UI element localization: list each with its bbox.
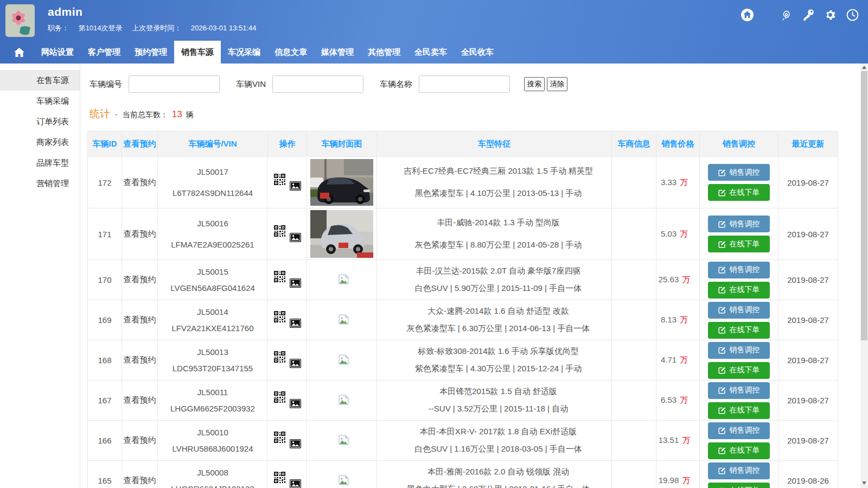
- online-order-button[interactable]: 在线下单: [708, 362, 770, 379]
- image-icon[interactable]: [290, 233, 301, 242]
- qr-code-icon[interactable]: [274, 174, 285, 185]
- sales-control-button[interactable]: 销售调控: [708, 462, 770, 479]
- vertical-scrollbar[interactable]: [860, 64, 868, 488]
- feature-attrs-link[interactable]: 白色SUV | 1.16万公里 | 2018-03-05 | 手自一体: [386, 444, 611, 454]
- feature-model-link[interactable]: 吉利-EC7经典-EC7经典三厢 2013款 1.5 手动 精英型: [386, 166, 611, 176]
- view-booking-link[interactable]: 查看预约: [124, 355, 156, 364]
- online-order-button[interactable]: 在线下单: [708, 402, 770, 419]
- nav-tab-6[interactable]: 信息文章: [267, 41, 314, 64]
- sales-control-button[interactable]: 销售调控: [708, 342, 770, 359]
- nav-tab-2[interactable]: 客户管理: [81, 41, 127, 64]
- vehicle-code: JL50013: [158, 347, 267, 357]
- image-icon[interactable]: [290, 319, 301, 328]
- scrollbar-up-arrow[interactable]: [860, 64, 868, 71]
- feature-attrs-link[interactable]: 白色SUV | 5.90万公里 | 2015-11-09 | 手自一体: [386, 283, 611, 294]
- operations-cell: [268, 340, 307, 381]
- feature-model-link[interactable]: 本田锋范2015款 1.5 自动 舒适版: [386, 386, 611, 397]
- sidebar-item-5[interactable]: 品牌车型: [0, 153, 80, 173]
- image-icon[interactable]: [290, 439, 301, 448]
- clear-button[interactable]: 清除: [547, 77, 567, 91]
- qr-code-icon[interactable]: [274, 472, 285, 483]
- feature-attrs-link[interactable]: --SUV | 3.52万公里 | 2015-11-18 | 自动: [386, 404, 611, 414]
- code-vin-cell: JL50016LFMA7E2A9E0025261: [158, 208, 268, 260]
- view-booking-link[interactable]: 查看预约: [124, 275, 156, 284]
- sales-control-button[interactable]: 销售调控: [708, 302, 770, 319]
- nav-tab-7[interactable]: 媒体管理: [314, 41, 361, 64]
- broken-image-icon: [339, 438, 349, 447]
- vehicle-code-input[interactable]: [129, 75, 220, 93]
- sales-control-button[interactable]: 销售调控: [708, 422, 770, 439]
- sidebar-item-3[interactable]: 订单列表: [0, 111, 80, 132]
- sidebar-item-2[interactable]: 车辆采编: [0, 91, 80, 111]
- qr-code-icon[interactable]: [274, 351, 285, 363]
- online-order-button[interactable]: 在线下单: [708, 322, 770, 339]
- sales-control-cell: 销售调控在线下单: [700, 461, 778, 488]
- feature-model-link[interactable]: 丰田-威驰-2014款 1.3 手动 型尚版: [386, 218, 611, 228]
- qr-code-icon[interactable]: [274, 225, 285, 237]
- feature-attrs-link[interactable]: 灰色紧凑型车 | 8.80万公里 | 2014-05-28 | 手动: [386, 240, 611, 250]
- feature-model-link[interactable]: 大众-速腾-2014款 1.6 自动 舒适型 改款: [386, 306, 611, 316]
- image-icon[interactable]: [290, 359, 301, 368]
- nav-tab-4[interactable]: 销售车源: [174, 41, 221, 64]
- sales-control-button[interactable]: 销售调控: [708, 164, 770, 181]
- image-icon[interactable]: [290, 399, 301, 408]
- spiral-icon[interactable]: [778, 8, 793, 22]
- home-circle-icon[interactable]: [740, 8, 754, 22]
- online-order-button[interactable]: 在线下单: [708, 184, 770, 201]
- feature-attrs-link[interactable]: 紫色紧凑型车 | 4.30万公里 | 2015-12-24 | 手动: [386, 364, 611, 374]
- feature-model-link[interactable]: 本田-雅阁-2016款 2.0 自动 锐领版 混动: [386, 467, 611, 477]
- sales-control-button[interactable]: 销售调控: [708, 262, 770, 278]
- sales-control-button[interactable]: 销售调控: [708, 216, 770, 232]
- operations-cell: [268, 300, 307, 340]
- view-booking-link[interactable]: 查看预约: [124, 178, 156, 187]
- view-booking-link[interactable]: 查看预约: [124, 395, 156, 404]
- vehicle-vin-input[interactable]: [272, 75, 363, 93]
- image-icon[interactable]: [290, 479, 301, 488]
- image-icon[interactable]: [290, 181, 301, 191]
- nav-tab-8[interactable]: 其他管理: [361, 41, 407, 64]
- view-booking-link[interactable]: 查看预约: [124, 229, 156, 238]
- feature-model-link[interactable]: 本田-本田XR-V- 2017款 1.8 自动 EXi舒适版: [386, 427, 611, 437]
- scrollbar-thumb[interactable]: [861, 71, 867, 340]
- key-icon[interactable]: [801, 8, 815, 22]
- home-icon[interactable]: [14, 41, 24, 64]
- feature-attrs-link[interactable]: 黑色紧凑型车 | 4.10万公里 | 2013-05-13 | 手动: [386, 188, 611, 199]
- feature-attrs-link[interactable]: 灰色紧凑型车 | 6.30万公里 | 2014-06-13 | 手自一体: [386, 324, 611, 334]
- view-booking-link[interactable]: 查看预约: [124, 476, 156, 485]
- nav-tab-9[interactable]: 全民卖车: [407, 41, 454, 64]
- nav-tab-10[interactable]: 全民收车: [454, 41, 501, 64]
- nav-tab-5[interactable]: 车况采编: [221, 41, 267, 64]
- sidebar-item-1[interactable]: 在售车源: [0, 70, 80, 91]
- gear-icon[interactable]: [823, 8, 837, 22]
- sidebar-item-4[interactable]: 商家列表: [0, 132, 80, 153]
- cover-image-cell: [307, 340, 377, 381]
- edit-icon: [718, 240, 726, 248]
- price-cell: 3.33万: [656, 157, 700, 208]
- online-order-button[interactable]: 在线下单: [708, 483, 770, 488]
- clock-icon[interactable]: [845, 8, 859, 22]
- feature-model-link[interactable]: 丰田-汉兰达-2015款 2.0T 自动 豪华版7座四驱: [386, 266, 611, 276]
- online-order-button[interactable]: 在线下单: [708, 282, 770, 299]
- online-order-button[interactable]: 在线下单: [708, 236, 770, 252]
- sidebar-item-6[interactable]: 营销管理: [0, 173, 80, 194]
- feature-attrs-link[interactable]: 黑色中大型车 | 3.68万公里 | 2018-01-16 | 手自一体: [386, 484, 611, 488]
- nav-tab-3[interactable]: 预约管理: [127, 41, 174, 64]
- column-header-1: 车辆ID: [88, 131, 122, 157]
- column-header-7: 车商信息: [612, 131, 656, 157]
- sales-control-button[interactable]: 销售调控: [708, 382, 770, 399]
- nav-tab-1[interactable]: 网站设置: [34, 41, 81, 64]
- button-label: 在线下单: [730, 285, 760, 295]
- view-booking-link[interactable]: 查看预约: [124, 435, 156, 445]
- car-row-170: 170查看预约JL50015LVGEN56A8FG041624丰田-汉兰达-20…: [88, 260, 838, 300]
- feature-model-link[interactable]: 标致-标致308-2014款 1.6 手动 乐享版优尚型: [386, 346, 611, 357]
- online-order-button[interactable]: 在线下单: [708, 442, 770, 459]
- qr-code-icon[interactable]: [274, 432, 285, 443]
- image-icon[interactable]: [290, 278, 301, 288]
- view-booking-link[interactable]: 查看预约: [124, 315, 156, 324]
- vehicle-name-input[interactable]: [419, 75, 510, 93]
- search-button[interactable]: 搜索: [524, 77, 545, 91]
- qr-code-icon[interactable]: [274, 271, 285, 282]
- qr-code-icon[interactable]: [274, 391, 285, 403]
- qr-code-icon[interactable]: [274, 311, 285, 322]
- scrollbar-down-arrow[interactable]: [860, 479, 868, 487]
